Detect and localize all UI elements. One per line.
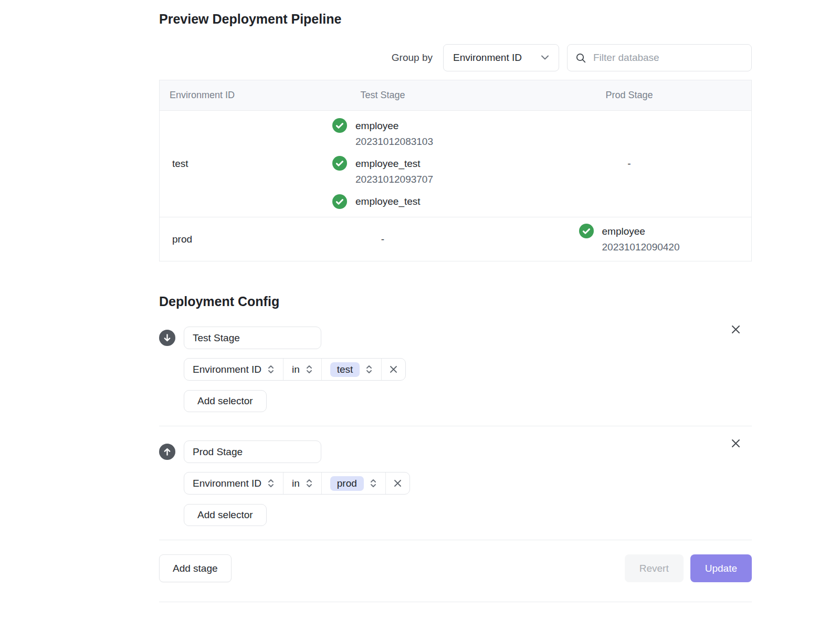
environment-name: prod	[160, 234, 258, 245]
selector-value-dropdown[interactable]: test	[322, 359, 382, 380]
column-header-prod-stage: Prod Stage	[507, 90, 751, 101]
column-header-test-stage: Test Stage	[258, 90, 507, 101]
prod-stage-cell: employee 20231012090420	[507, 224, 751, 255]
selector-value-pill: prod	[330, 476, 364, 491]
database-name: employee_test	[355, 156, 433, 171]
deployment-entry: employee 20231012090420	[579, 224, 680, 255]
chevron-up-down-icon	[370, 478, 377, 489]
chevron-up-down-icon	[267, 364, 275, 375]
database-name: employee	[602, 224, 680, 239]
search-icon	[575, 52, 586, 64]
page-title: Preview Deployment Pipeline	[159, 0, 752, 27]
filter-database-field	[567, 44, 752, 71]
success-check-icon	[332, 118, 347, 133]
stage-name-input[interactable]	[184, 440, 321, 463]
selector-operator-dropdown[interactable]: in	[284, 472, 322, 494]
close-icon	[730, 324, 741, 335]
label-selector: Environment ID in test	[184, 358, 406, 381]
chevron-down-icon	[541, 55, 549, 60]
prod-stage-cell: -	[507, 158, 751, 170]
table-row: prod - employee 20231012090420	[160, 217, 751, 261]
selector-operator-value: in	[292, 478, 300, 489]
add-stage-button[interactable]: Add stage	[159, 554, 232, 582]
database-name: employee	[355, 118, 433, 133]
group-by-value: Environment ID	[453, 52, 522, 64]
close-icon	[393, 478, 403, 488]
deployment-entry: employee_test	[332, 194, 433, 209]
stage-divider	[159, 426, 752, 426]
selector-operator-dropdown[interactable]: in	[284, 359, 322, 380]
database-version: 20231012083103	[355, 134, 433, 149]
selector-key-dropdown[interactable]: Environment ID	[184, 359, 284, 380]
chevron-up-down-icon	[306, 478, 313, 489]
selector-key-value: Environment ID	[193, 364, 261, 375]
stage-config-test: Environment ID in test	[159, 327, 752, 412]
remove-stage-button[interactable]	[728, 436, 743, 451]
remove-selector-button[interactable]	[386, 472, 410, 494]
success-check-icon	[332, 156, 347, 171]
deployment-entry: employee 20231012083103	[332, 118, 433, 149]
filter-database-input[interactable]	[592, 51, 743, 64]
arrow-down-icon	[163, 333, 172, 342]
group-by-label: Group by	[392, 52, 433, 64]
group-by-select[interactable]: Environment ID	[443, 44, 559, 71]
stage-divider	[159, 540, 752, 540]
update-button[interactable]: Update	[690, 554, 752, 582]
selector-operator-value: in	[292, 364, 300, 375]
remove-selector-button[interactable]	[382, 359, 405, 380]
success-check-icon	[579, 224, 594, 238]
success-check-icon	[332, 194, 347, 209]
database-name: employee_test	[355, 194, 421, 209]
move-stage-down-button[interactable]	[159, 330, 175, 346]
selector-key-dropdown[interactable]: Environment ID	[184, 472, 284, 494]
deployment-entry: employee_test 20231012093707	[332, 156, 433, 187]
move-stage-up-button[interactable]	[159, 444, 175, 460]
remove-stage-button[interactable]	[728, 322, 743, 337]
pipeline-table: Environment ID Test Stage Prod Stage tes…	[159, 80, 752, 261]
column-header-environment: Environment ID	[160, 90, 258, 101]
close-icon	[730, 438, 741, 449]
test-stage-cell: -	[258, 234, 507, 245]
stage-config-prod: Environment ID in prod	[159, 440, 752, 526]
main-content: Preview Deployment Pipeline Group by Env…	[159, 0, 752, 602]
table-controls: Group by Environment ID	[159, 44, 752, 71]
add-selector-button[interactable]: Add selector	[184, 504, 267, 526]
close-icon	[388, 364, 398, 374]
table-header-row: Environment ID Test Stage Prod Stage	[160, 80, 751, 111]
chevron-up-down-icon	[267, 478, 275, 489]
empty-cell-dash: -	[627, 158, 631, 170]
selector-value-pill: test	[330, 362, 360, 377]
environment-name: test	[160, 158, 258, 170]
table-row: test employee 20231012083103	[160, 111, 751, 217]
deployment-config-title: Deployment Config	[159, 294, 752, 309]
chevron-up-down-icon	[365, 364, 373, 375]
config-actions: Add stage Revert Update	[159, 554, 752, 582]
arrow-up-icon	[163, 447, 172, 456]
database-version: 20231012090420	[602, 239, 680, 255]
bottom-divider	[159, 602, 752, 602]
label-selector: Environment ID in prod	[184, 472, 410, 495]
stage-name-input[interactable]	[184, 327, 321, 349]
selector-value-dropdown[interactable]: prod	[322, 472, 386, 494]
selector-key-value: Environment ID	[193, 478, 261, 489]
add-selector-button[interactable]: Add selector	[184, 390, 267, 412]
database-version: 20231012093707	[355, 172, 433, 187]
test-stage-cell: employee 20231012083103 employee_test 20…	[258, 118, 507, 209]
revert-button[interactable]: Revert	[625, 554, 684, 582]
chevron-up-down-icon	[306, 364, 313, 375]
empty-cell-dash: -	[381, 234, 384, 245]
